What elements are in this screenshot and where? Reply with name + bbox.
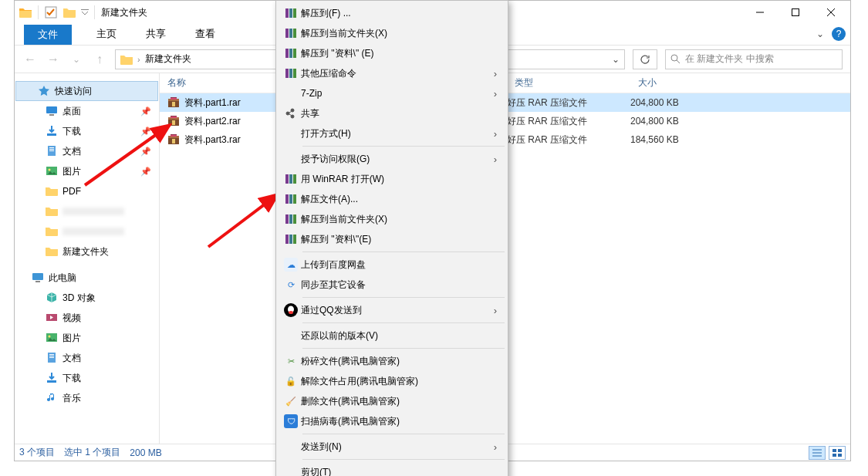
menu-item-label: 解压到(F) ... [301, 7, 351, 20]
svg-rect-13 [49, 149, 54, 150]
menu-item[interactable]: 🛡扫描病毒(腾讯电脑管家) [278, 411, 506, 431]
submenu-arrow-icon: › [494, 305, 497, 316]
breadcrumb-location[interactable]: 新建文件夹 [145, 52, 191, 66]
menu-item[interactable]: 🔓解除文件占用(腾讯电脑管家) [278, 371, 506, 391]
svg-rect-47 [833, 454, 836, 457]
menu-item[interactable]: 解压到 "资料\" (E) [278, 43, 506, 63]
menu-item[interactable]: 解压到当前文件夹(X) [278, 209, 506, 229]
menu-item[interactable]: 剪切(T) [278, 462, 506, 476]
column-size[interactable]: 大小 [630, 76, 708, 89]
menu-item-label: 通过QQ发送到 [301, 304, 362, 317]
column-type[interactable]: 类型 [507, 76, 630, 89]
sidebar-item[interactable]: 视频 [15, 308, 159, 328]
sidebar-item[interactable]: 3D 对象 [15, 288, 159, 308]
file-size: 184,560 KB [630, 134, 708, 145]
svg-rect-53 [289, 29, 292, 38]
nav-history-dropdown[interactable]: ⌄ [69, 54, 84, 65]
submenu-arrow-icon: › [494, 128, 497, 140]
menu-item[interactable]: 打开方式(H)› [278, 123, 506, 143]
menu-item[interactable]: 通过QQ发送到› [278, 300, 506, 320]
menu-item[interactable]: 解压文件(A)... [278, 189, 506, 209]
svg-rect-9 [49, 114, 54, 116]
ribbon-tab-view[interactable]: 查看 [191, 23, 220, 45]
sidebar-item-label [62, 208, 124, 215]
menu-item[interactable]: 还原以前的版本(V) [278, 326, 506, 346]
submenu-arrow-icon: › [494, 441, 497, 453]
unlock-icon: 🔓 [281, 374, 301, 388]
sidebar-this-pc[interactable]: 此电脑 [15, 268, 159, 288]
menu-item[interactable]: 解压到当前文件夹(X) [278, 23, 506, 43]
svg-rect-1 [81, 9, 89, 10]
view-icons-button[interactable] [829, 446, 846, 460]
svg-rect-52 [285, 29, 289, 38]
menu-item[interactable]: 其他压缩命令› [278, 63, 506, 83]
view-details-button[interactable] [809, 446, 826, 460]
qat-chevron-icon[interactable] [79, 4, 90, 21]
chevron-down-icon[interactable]: ⌄ [612, 54, 620, 65]
maximize-button[interactable] [778, 1, 813, 24]
menu-item[interactable]: 用 WinRAR 打开(W) [278, 169, 506, 189]
nav-back-button[interactable]: ← [22, 52, 38, 66]
context-menu: 解压到(F) ...解压到当前文件夹(X)解压到 "资料\" (E)其他压缩命令… [275, 0, 508, 476]
svg-line-76 [208, 194, 278, 247]
sidebar-item[interactable] [15, 221, 159, 241]
svg-rect-50 [289, 8, 292, 18]
sidebar-item[interactable] [15, 201, 159, 221]
svg-rect-61 [285, 174, 289, 184]
menu-item-label: 还原以前的版本(V) [301, 329, 378, 343]
video-icon [46, 312, 58, 324]
nav-forward-button[interactable]: → [46, 52, 61, 66]
file-type: 好压 RAR 压缩文件 [507, 133, 630, 147]
menu-item[interactable]: 解压到 "资料\"(E) [278, 229, 506, 249]
menu-item[interactable]: ☁上传到百度网盘 [278, 255, 506, 275]
close-button[interactable] [813, 1, 849, 24]
nav-up-button[interactable]: ↑ [92, 52, 107, 66]
sidebar-item[interactable]: 音乐 [15, 388, 159, 408]
svg-rect-10 [47, 133, 56, 136]
sync-icon: ⟳ [281, 278, 301, 292]
menu-item[interactable]: ⟳同步至其它设备 [278, 275, 506, 295]
share-icon [281, 107, 301, 120]
search-input[interactable]: 在 新建文件夹 中搜索 [665, 49, 843, 69]
menu-item-label: 其他压缩命令 [301, 67, 356, 80]
ribbon-tab-share[interactable]: 共享 [141, 23, 171, 45]
folder-icon [46, 245, 58, 258]
sidebar-item[interactable]: 图片 [15, 328, 159, 348]
menu-item[interactable]: 解压到(F) ... [278, 3, 506, 23]
menu-item-label: 用 WinRAR 打开(W) [301, 173, 384, 186]
rar-icon [281, 192, 301, 206]
svg-rect-68 [289, 214, 292, 224]
menu-separator [302, 348, 505, 349]
status-selection: 选中 1 个项目 [64, 446, 120, 459]
rar-icon [281, 66, 301, 80]
menu-item[interactable]: 授予访问权限(G)› [278, 149, 506, 169]
svg-rect-71 [289, 235, 292, 244]
search-icon [670, 54, 681, 64]
minimize-button[interactable] [742, 1, 778, 24]
rar-icon [281, 6, 301, 20]
annotation-arrow [77, 116, 185, 193]
refresh-button[interactable] [633, 49, 657, 69]
ribbon-tab-home[interactable]: 主页 [92, 23, 121, 45]
qat-checkbox-icon[interactable] [42, 4, 59, 21]
sidebar-item-label: 文档 [62, 352, 81, 365]
ribbon-expand-icon[interactable]: ⌄ [816, 29, 824, 39]
menu-item[interactable]: ✂粉碎文件(腾讯电脑管家) [278, 351, 506, 371]
sidebar-item[interactable]: 下载 [15, 368, 159, 388]
submenu-arrow-icon: › [494, 68, 497, 79]
sidebar-item[interactable]: 文档 [15, 348, 159, 368]
star-icon [38, 85, 50, 97]
menu-item[interactable]: 发送到(N)› [278, 437, 506, 457]
menu-item[interactable]: 7-Zip› [278, 83, 506, 103]
menu-item[interactable]: 共享 [278, 103, 506, 123]
qat-dropdown-icon[interactable] [61, 4, 78, 21]
help-button[interactable]: ? [832, 27, 846, 41]
sidebar-item[interactable]: 新建文件夹 [15, 241, 159, 262]
download-icon [46, 125, 58, 137]
ribbon-tab-file[interactable]: 文件 [24, 25, 72, 45]
sidebar-quick-access[interactable]: 快速访问 [15, 81, 158, 101]
svg-rect-57 [293, 49, 296, 58]
pic-icon [46, 165, 58, 177]
menu-item[interactable]: 🧹删除文件(腾讯电脑管家) [278, 391, 506, 411]
file-type: 好压 RAR 压缩文件 [507, 96, 630, 110]
